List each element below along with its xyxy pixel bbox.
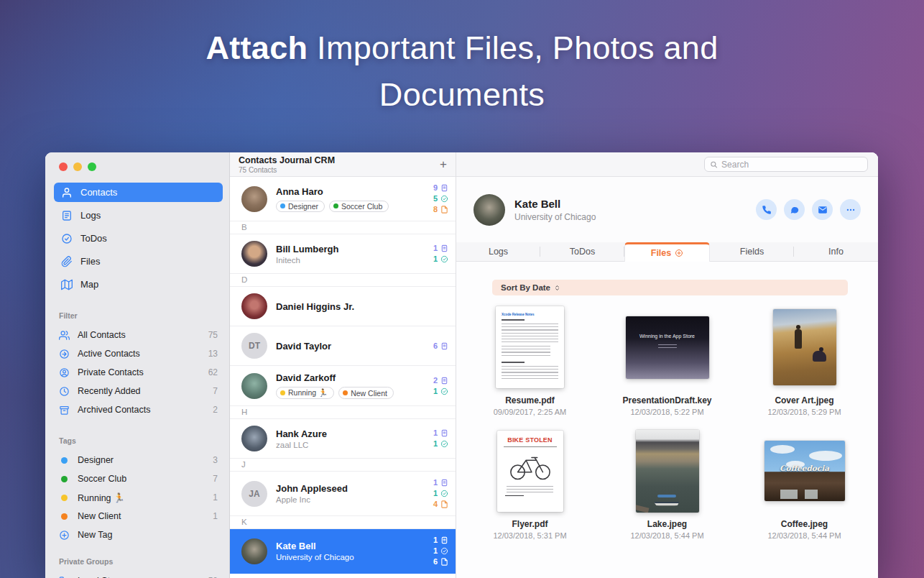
contact-name: Kate Bell xyxy=(276,541,354,551)
logs-count: 1 xyxy=(433,536,448,545)
sidebar-item-contacts[interactable]: Contacts xyxy=(54,183,223,202)
file-card-resume[interactable]: Xcode Release Notes Resume.pdf 09/09/201… xyxy=(464,306,596,416)
close-window-button[interactable] xyxy=(59,162,68,171)
filter-active-contacts[interactable]: Active Contacts 13 xyxy=(54,344,223,363)
tag-count: 3 xyxy=(213,455,218,465)
log-icon xyxy=(440,244,448,252)
contact-row-bill-lumbergh[interactable]: Bill Lumbergh Initech 1 1 xyxy=(230,234,456,274)
contact-detail-org: University of Chicago xyxy=(514,212,596,222)
lake-photo-thumbnail xyxy=(636,430,699,513)
contact-name: David Taylor xyxy=(276,341,331,352)
presentation-thumbnail: Winning in the App Store xyxy=(626,316,709,379)
todo-icon xyxy=(440,440,448,448)
storefront-window xyxy=(805,490,818,499)
email-button[interactable] xyxy=(812,199,833,220)
search-input[interactable] xyxy=(721,160,862,170)
map-icon xyxy=(61,279,73,290)
zoom-window-button[interactable] xyxy=(88,162,96,171)
file-card-cover-art[interactable]: Cover Art.jpeg 12/03/2018, 5:29 PM xyxy=(739,306,870,416)
search-field[interactable] xyxy=(704,157,868,172)
tab-info[interactable]: Info xyxy=(794,242,878,261)
filter-count: 13 xyxy=(208,349,218,359)
call-button[interactable] xyxy=(756,199,777,220)
contact-counts: 1 1 4 xyxy=(433,478,448,509)
group-local-stores[interactable]: Local Stores 52 xyxy=(54,572,223,578)
todo-icon xyxy=(440,547,448,555)
dock-shape xyxy=(636,504,650,513)
tag-dot xyxy=(343,390,348,395)
contact-detail-name: Kate Bell xyxy=(514,198,596,210)
file-name: Lake.jpeg xyxy=(647,519,687,529)
tag-running[interactable]: Running 🏃 1 xyxy=(54,488,223,507)
tag-new-client[interactable]: New Client 1 xyxy=(54,507,223,526)
filter-archived-contacts[interactable]: Archived Contacts 2 xyxy=(54,400,223,419)
resume-pdf-thumbnail: Xcode Release Notes xyxy=(496,306,564,388)
filter-label: Private Contacts xyxy=(78,367,144,377)
check-circle-icon xyxy=(61,233,73,244)
contact-row-daniel-higgins[interactable]: Daniel Higgins Jr. xyxy=(230,287,456,326)
contact-counts: 1 1 xyxy=(433,428,448,449)
tag-label: Designer xyxy=(78,455,114,465)
clock-icon xyxy=(59,386,70,397)
paperclip-icon xyxy=(61,256,73,267)
contact-counts: 6 xyxy=(433,341,448,351)
filter-private-contacts[interactable]: Private Contacts 62 xyxy=(54,363,223,382)
message-button[interactable] xyxy=(784,199,805,220)
contact-list-header: Contacts Journal CRM 75 Contacts + xyxy=(230,152,456,177)
sort-by-date-dropdown[interactable]: Sort By Date xyxy=(492,280,848,295)
file-name: Coffee.jpeg xyxy=(781,519,828,529)
new-tag-button[interactable]: New Tag xyxy=(54,526,223,544)
filter-recently-added[interactable]: Recently Added 7 xyxy=(54,382,223,400)
contact-row-kate-bell-selected[interactable]: Kate Bell University of Chicago 1 1 6 xyxy=(230,529,456,574)
sidebar-item-files[interactable]: Files xyxy=(54,252,223,271)
tab-logs[interactable]: Logs xyxy=(456,242,540,261)
sidebar-item-logs[interactable]: Logs xyxy=(54,206,223,225)
more-button[interactable] xyxy=(840,199,861,220)
contact-row-anna-haro[interactable]: Anna Haro Designer Soccer Club 9 5 8 xyxy=(230,177,456,221)
slide-title: Winning in the App Store xyxy=(639,334,695,339)
contact-list-panel: Contacts Journal CRM 75 Contacts + Anna … xyxy=(230,152,456,578)
filter-all-contacts[interactable]: All Contacts 75 xyxy=(54,326,223,344)
file-card-presentation[interactable]: Winning in the App Store PresentationDra… xyxy=(601,306,733,416)
file-icon xyxy=(440,500,448,508)
todos-count: 1 xyxy=(433,489,448,498)
list-title: Contacts Journal CRM xyxy=(239,155,335,165)
resume-text-lines xyxy=(502,366,558,381)
file-card-flyer[interactable]: BIKE STOLEN Flyer.pdf 12/03/2018, 5:31 P… xyxy=(464,429,596,540)
file-icon xyxy=(440,558,448,566)
file-date: 12/03/2018, 5:31 PM xyxy=(493,531,566,540)
contact-row-david-taylor[interactable]: DT David Taylor 6 xyxy=(230,326,456,366)
add-contact-button[interactable]: + xyxy=(440,158,447,170)
tag-soccer-club[interactable]: Soccer Club 7 xyxy=(54,469,223,488)
section-letter: D xyxy=(230,274,456,287)
contact-name: Bill Lumbergh xyxy=(276,244,338,254)
log-icon xyxy=(440,342,448,350)
flyer-pdf-thumbnail: BIKE STOLEN xyxy=(497,431,563,512)
contact-org: Initech xyxy=(276,256,338,265)
cover-art-thumbnail xyxy=(773,309,836,385)
tab-files-active[interactable]: Files xyxy=(624,242,710,262)
file-card-lake[interactable]: Lake.jpeg 12/03/2018, 5:44 PM xyxy=(601,429,733,540)
tab-todos[interactable]: ToDos xyxy=(540,242,624,261)
sidebar-item-todos[interactable]: ToDos xyxy=(54,229,223,248)
files-tab-content: Sort By Date Xcode Release Notes xyxy=(456,262,878,578)
tag-designer[interactable]: Designer 3 xyxy=(54,451,223,469)
tag-dot xyxy=(61,457,68,464)
minimize-window-button[interactable] xyxy=(73,162,82,171)
tag-dot xyxy=(61,495,68,501)
tag-label: New Client xyxy=(78,511,121,521)
file-card-coffee[interactable]: Coffeedocia Coffee.jpeg 12/03/2018, 5:44… xyxy=(739,429,870,540)
tag-label: Soccer Club xyxy=(78,474,126,484)
slide-subtitle-lines xyxy=(658,344,677,349)
sidebar-item-map[interactable]: Map xyxy=(54,275,223,294)
contact-org: Apple Inc xyxy=(276,495,348,504)
contact-counts: 1 1 xyxy=(433,244,448,264)
logs-count: 6 xyxy=(433,341,448,351)
contact-row-john-appleseed[interactable]: JA John Appleseed Apple Inc 1 1 4 xyxy=(230,472,456,516)
tab-fields[interactable]: Fields xyxy=(710,242,794,261)
detail-panel: Kate Bell University of Chicago Logs ToD… xyxy=(456,152,878,578)
sidebar-item-label: Files xyxy=(80,256,100,267)
contact-row-hank-azure[interactable]: Hank Azure zaal LLC 1 1 xyxy=(230,419,456,459)
contact-row-david-zarkoff[interactable]: David Zarkoff Running 🏃 New Client 2 1 xyxy=(230,366,456,406)
person-circle-icon xyxy=(59,367,70,378)
